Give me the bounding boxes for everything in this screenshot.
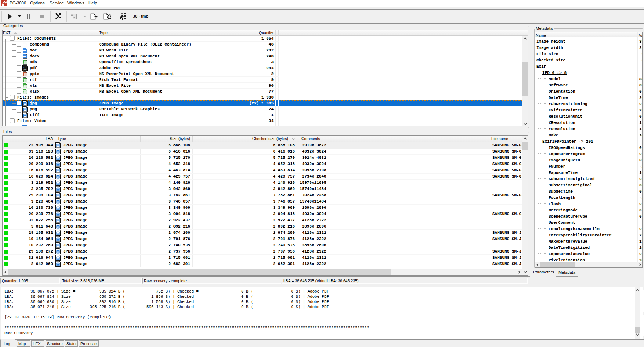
svg-text:pdF: pdF: [23, 68, 27, 71]
